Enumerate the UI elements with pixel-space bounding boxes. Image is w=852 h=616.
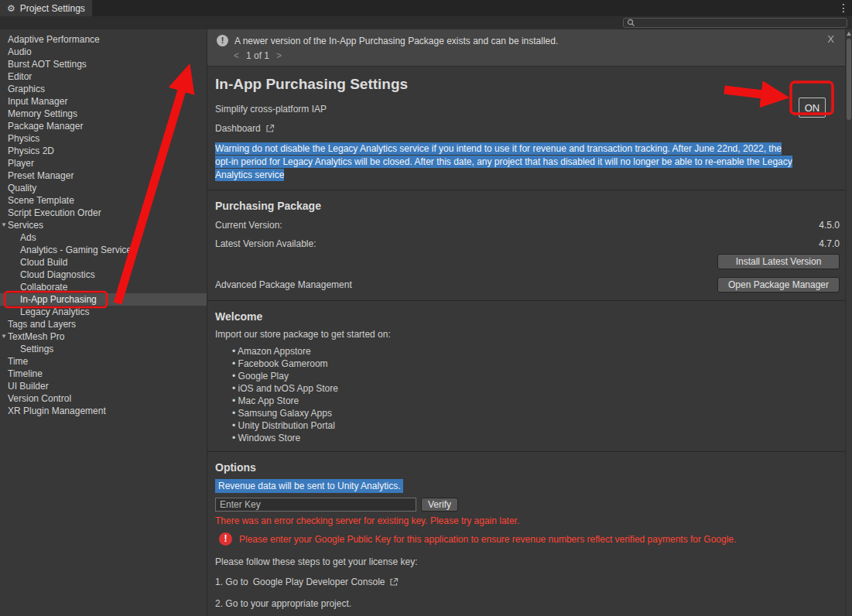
analytics-note: Revenue data will be sent to Unity Analy… (215, 481, 840, 491)
sidebar-item-textmesh-pro[interactable]: ▼TextMesh Pro (0, 330, 207, 343)
latest-version-value: 4.7.0 (819, 238, 840, 249)
update-notification-banner: ! A newer version of the In-App Purchasi… (207, 29, 845, 67)
sidebar-item-quality[interactable]: Quality (0, 182, 207, 194)
sidebar-item-script-execution-order[interactable]: Script Execution Order (0, 207, 207, 219)
options-heading: Options (215, 461, 840, 474)
info-icon: ! (217, 35, 228, 46)
content-panel: ! A newer version of the In-App Purchasi… (207, 29, 845, 616)
error-icon: ! (219, 532, 232, 546)
license-step-2: 2. Go to your appropriate project. (215, 598, 840, 609)
external-link-icon (265, 124, 275, 133)
iap-settings-main: ON In-App Purchasing Settings Simplify c… (207, 76, 845, 609)
search-icon (627, 19, 635, 27)
search-box[interactable] (623, 18, 847, 28)
foldout-open-icon[interactable]: ▼ (1, 219, 7, 231)
google-public-key-input[interactable] (215, 498, 416, 512)
project-settings-window: ⚙ Project Settings ⋮ Adaptive Performanc… (0, 0, 852, 616)
toolbar (0, 16, 852, 30)
analytics-note-text: Revenue data will be sent to Unity Analy… (215, 479, 403, 493)
latest-version-row: Latest Version Available: 4.7.0 (215, 238, 840, 249)
sidebar-item-xr-plugin-management[interactable]: XR Plugin Management (0, 405, 207, 417)
advanced-package-label: Advanced Package Management (215, 279, 352, 290)
current-version-label: Current Version: (215, 220, 282, 231)
pager-label: 1 of 1 (246, 50, 269, 61)
notification-pager: < 1 of 1 > (234, 50, 836, 61)
sidebar-item-package-manager[interactable]: Package Manager (0, 120, 207, 132)
sidebar-item-editor[interactable]: Editor (0, 70, 207, 83)
scrollbar-thumb[interactable] (847, 39, 851, 120)
sidebar-item-audio[interactable]: Audio (0, 46, 207, 58)
sidebar-item-in-app-purchasing[interactable]: In-App Purchasing (0, 293, 207, 306)
sidebar-item-ads[interactable]: Ads (0, 231, 207, 244)
sidebar-item-tags-and-layers[interactable]: Tags and Layers (0, 318, 207, 330)
sidebar-item-label: TextMesh Pro (8, 331, 64, 342)
tab-project-settings[interactable]: ⚙ Project Settings (0, 0, 92, 16)
dashboard-link-label: Dashboard (215, 123, 261, 134)
sidebar-item-collaborate[interactable]: Collaborate (0, 281, 207, 293)
sidebar-item-scene-template[interactable]: Scene Template (0, 194, 207, 207)
sidebar-item-cloud-diagnostics[interactable]: Cloud Diagnostics (0, 269, 207, 281)
store-list-item: Google Play (232, 370, 840, 382)
google-key-row: Verify (215, 498, 840, 512)
server-error-text: There was an error checking server for e… (215, 515, 840, 526)
external-link-icon (389, 577, 399, 587)
sidebar-item-textmesh-pro-settings[interactable]: Settings (0, 343, 207, 355)
open-package-manager-button[interactable]: Open Package Manager (717, 277, 840, 293)
sidebar-item-input-manager[interactable]: Input Manager (0, 95, 207, 108)
simplify-iap-label: Simplify cross-platform IAP (215, 104, 840, 115)
sidebar-item-time[interactable]: Time (0, 355, 207, 368)
foldout-open-icon[interactable]: ▼ (1, 330, 7, 343)
verify-key-button[interactable]: Verify (421, 498, 458, 512)
notification-message: A newer version of the In-App Purchasing… (234, 36, 558, 46)
store-list-item: iOS and tvOS App Store (232, 382, 840, 395)
key-error-text: Please enter your Google Public Key for … (239, 534, 736, 545)
dashboard-link[interactable]: Dashboard (215, 123, 275, 134)
pager-next-button[interactable]: > (276, 50, 282, 61)
google-play-console-link[interactable]: Google Play Developer Console (253, 577, 385, 587)
sidebar-item-cloud-build[interactable]: Cloud Build (0, 256, 207, 269)
current-version-row: Current Version: 4.5.0 (215, 220, 840, 231)
license-step-1: 1. Go to Google Play Developer Console (215, 577, 840, 587)
sidebar-item-ui-builder[interactable]: UI Builder (0, 380, 207, 392)
store-list-item: Unity Distribution Portal (232, 419, 840, 432)
pager-prev-button[interactable]: < (234, 50, 239, 61)
close-icon[interactable]: X (827, 33, 834, 45)
sidebar-item-analytics-gaming-services[interactable]: Analytics - Gaming Services (0, 244, 207, 256)
section-divider (207, 190, 845, 190)
sidebar-item-physics[interactable]: Physics (0, 132, 207, 145)
sidebar-item-legacy-analytics[interactable]: Legacy Analytics (0, 306, 207, 318)
sidebar-item-memory-settings[interactable]: Memory Settings (0, 108, 207, 120)
sidebar-item-services[interactable]: ▼Services (0, 219, 207, 231)
install-row: Install Latest Version (215, 254, 840, 269)
store-list-item: Mac App Store (232, 395, 840, 407)
current-version-value: 4.5.0 (819, 220, 840, 231)
gear-icon: ⚙ (7, 3, 15, 14)
sidebar-item-burst-aot-settings[interactable]: Burst AOT Settings (0, 58, 207, 70)
store-list-item: Windows Store (232, 432, 840, 444)
sidebar-item-graphics[interactable]: Graphics (0, 83, 207, 95)
welcome-heading: Welcome (215, 310, 840, 323)
sidebar: Adaptive Performance Audio Burst AOT Set… (0, 29, 207, 616)
kebab-menu-icon[interactable]: ⋮ (838, 2, 849, 14)
legacy-analytics-warning: Warning do not disable the Legacy Analyt… (215, 142, 796, 182)
store-list-item: Facebook Gameroom (232, 358, 840, 370)
legacy-analytics-warning-text: Warning do not disable the Legacy Analyt… (215, 142, 792, 181)
sidebar-item-version-control[interactable]: Version Control (0, 392, 207, 405)
sidebar-item-adaptive-performance[interactable]: Adaptive Performance (0, 33, 207, 46)
sidebar-item-timeline[interactable]: Timeline (0, 368, 207, 380)
vertical-scrollbar[interactable] (845, 29, 852, 616)
store-list: Amazon Appstore Facebook Gameroom Google… (215, 345, 840, 444)
store-list-item: Samsung Galaxy Apps (232, 407, 840, 419)
key-error-row: ! Please enter your Google Public Key fo… (215, 532, 840, 546)
sidebar-item-physics-2d[interactable]: Physics 2D (0, 145, 207, 157)
section-divider (207, 451, 845, 452)
sidebar-item-preset-manager[interactable]: Preset Manager (0, 169, 207, 182)
license-steps-intro: Please follow these steps to get your li… (215, 556, 840, 567)
step-1-prefix: 1. Go to (215, 577, 248, 587)
install-latest-version-button[interactable]: Install Latest Version (717, 254, 840, 269)
service-on-toggle[interactable]: ON (799, 98, 826, 118)
search-input[interactable] (638, 19, 843, 27)
page-title: In-App Purchasing Settings (215, 76, 840, 93)
sidebar-item-player[interactable]: Player (0, 157, 207, 169)
scroll-up-icon[interactable] (847, 32, 851, 36)
